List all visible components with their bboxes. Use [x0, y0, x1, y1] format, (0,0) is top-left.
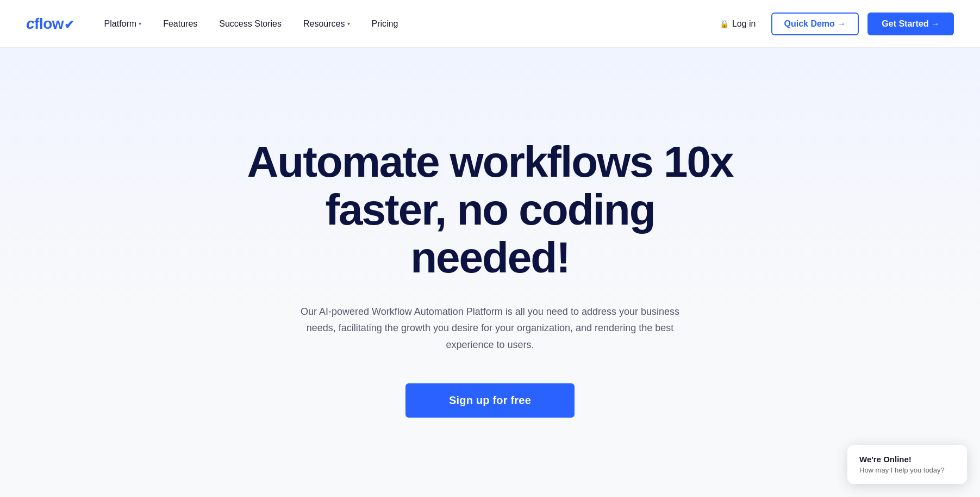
- chevron-down-icon: ▾: [139, 21, 141, 27]
- nav-link-pricing[interactable]: Pricing: [363, 15, 407, 33]
- nav-label-features: Features: [163, 19, 197, 29]
- chat-widget[interactable]: We're Online! How may I help you today?: [847, 445, 967, 484]
- chat-widget-status: We're Online!: [859, 455, 955, 464]
- nav-links: Platform ▾ Features Success Stories Reso…: [96, 15, 407, 33]
- signup-button[interactable]: Sign up for free: [405, 383, 575, 418]
- quick-demo-button[interactable]: Quick Demo →: [771, 13, 859, 35]
- nav-item-features[interactable]: Features: [154, 15, 206, 33]
- nav-label-pricing: Pricing: [372, 19, 398, 29]
- logo-checkmark-icon: ✔: [64, 18, 74, 32]
- nav-link-success-stories[interactable]: Success Stories: [210, 15, 290, 33]
- nav-label-resources: Resources: [303, 19, 345, 29]
- nav-link-platform[interactable]: Platform ▾: [96, 15, 151, 33]
- login-button[interactable]: 🔒 Log in: [713, 15, 763, 33]
- navbar: cflow✔ Platform ▾ Features Success Stori…: [0, 0, 980, 48]
- nav-item-pricing[interactable]: Pricing: [363, 15, 407, 33]
- login-label: Log in: [732, 19, 756, 29]
- signup-label: Sign up for free: [449, 394, 531, 406]
- nav-link-features[interactable]: Features: [154, 15, 206, 33]
- chat-widget-message: How may I help you today?: [859, 466, 955, 474]
- hero-section: Automate workflows 10x faster, no coding…: [0, 48, 980, 497]
- get-started-label: Get Started →: [882, 19, 940, 29]
- navbar-left: cflow✔ Platform ▾ Features Success Stori…: [26, 15, 407, 33]
- hero-title: Automate workflows 10x faster, no coding…: [246, 138, 735, 282]
- nav-link-resources[interactable]: Resources ▾: [295, 15, 358, 33]
- logo-text: cflow✔: [26, 15, 74, 33]
- chevron-down-icon: ▾: [347, 21, 350, 27]
- nav-label-success-stories: Success Stories: [219, 19, 282, 29]
- nav-label-platform: Platform: [104, 19, 137, 29]
- get-started-button[interactable]: Get Started →: [867, 13, 954, 35]
- nav-item-resources[interactable]: Resources ▾: [295, 15, 358, 33]
- quick-demo-label: Quick Demo →: [784, 19, 846, 29]
- nav-item-success-stories[interactable]: Success Stories: [210, 15, 290, 33]
- hero-subtitle: Our AI-powered Workflow Automation Platf…: [295, 303, 686, 353]
- lock-icon: 🔒: [720, 20, 729, 28]
- navbar-right: 🔒 Log in Quick Demo → Get Started →: [713, 13, 954, 35]
- logo[interactable]: cflow✔: [26, 15, 74, 33]
- nav-item-platform[interactable]: Platform ▾: [96, 15, 151, 33]
